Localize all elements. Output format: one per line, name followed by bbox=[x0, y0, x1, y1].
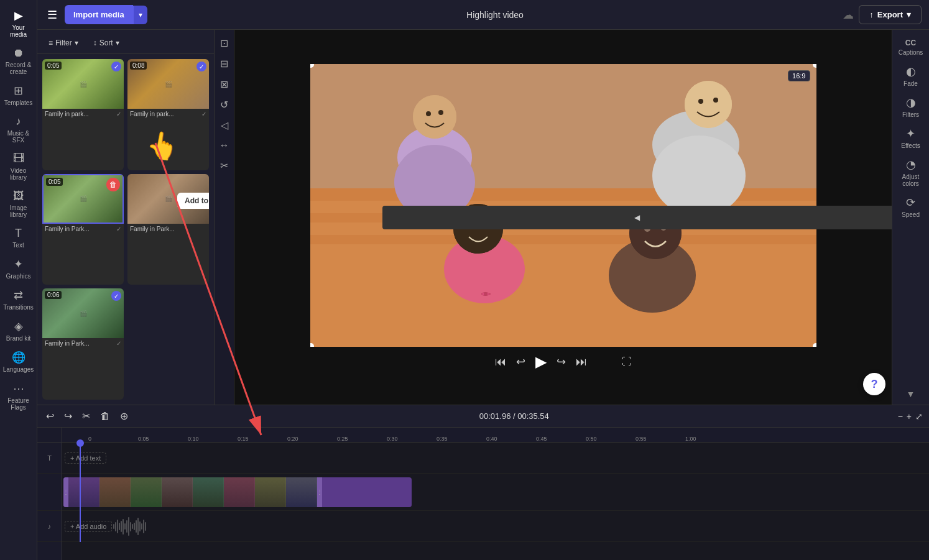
corner-handle-bl[interactable] bbox=[310, 343, 314, 347]
corner-handle-br[interactable] bbox=[813, 343, 816, 347]
remove-bg-tool-button[interactable]: ⊠ bbox=[218, 76, 231, 93]
sidebar-item-your-media[interactable]: ▶ Your media bbox=[1, 5, 36, 42]
sidebar-item-brand-kit[interactable]: ◈ Brand kit bbox=[1, 316, 36, 346]
timeline-main-area: 0 0:05 0:10 0:15 bbox=[62, 428, 929, 560]
sidebar-label-adjust-colors: Adjust colors bbox=[896, 173, 926, 187]
hamburger-button[interactable]: ☰ bbox=[45, 6, 60, 24]
skip-to-end-button[interactable]: ⏭ bbox=[576, 356, 587, 369]
expand-button[interactable]: ⤢ bbox=[915, 411, 923, 421]
image-library-icon: 🖼 bbox=[13, 190, 24, 203]
sidebar-label-transitions: Transitions bbox=[3, 304, 34, 311]
video-clip-1[interactable]: ⋮ bbox=[63, 477, 412, 507]
zoom-controls: − + ⤢ bbox=[898, 411, 923, 421]
sidebar-label-effects: Effects bbox=[901, 142, 920, 149]
undo-button[interactable]: ↩ bbox=[44, 408, 57, 425]
add-clip-button[interactable]: ⊕ bbox=[118, 408, 131, 425]
filter-button[interactable]: ≡ Filter ▾ bbox=[44, 36, 83, 50]
text-track: + Add text bbox=[62, 443, 929, 474]
timeline-time-display: 00:01.96 / 00:35.54 bbox=[136, 411, 893, 421]
playhead[interactable] bbox=[80, 443, 81, 542]
filter-chevron-icon: ▾ bbox=[75, 39, 78, 47]
import-media-dropdown[interactable]: ▾ bbox=[133, 6, 147, 24]
play-button[interactable]: ▶ bbox=[535, 353, 547, 370]
import-media-button[interactable]: Import media bbox=[65, 5, 133, 24]
media-item[interactable]: 🎬 0:08 ✓ Family in park... ✓ bbox=[127, 59, 209, 170]
help-button[interactable]: ? bbox=[863, 373, 885, 395]
sidebar-item-languages[interactable]: 🌐 Languages bbox=[1, 347, 36, 377]
audio-track: + Add audio bbox=[62, 511, 929, 542]
zoom-out-button[interactable]: − bbox=[898, 411, 903, 421]
timeline-ruler: 0 0:05 0:10 0:15 bbox=[62, 428, 929, 443]
left-sidebar: ▶ Your media ⏺ Record & create ⊞ Templat… bbox=[0, 0, 37, 560]
sidebar-item-text[interactable]: T Text bbox=[1, 223, 36, 252]
right-sidebar-collapse: ▼ bbox=[907, 388, 915, 400]
zoom-in-button[interactable]: + bbox=[907, 411, 912, 421]
video-library-icon: 🎞 bbox=[13, 152, 24, 165]
aspect-ratio-badge[interactable]: 16:9 bbox=[788, 70, 810, 81]
text-icon: T bbox=[15, 227, 22, 240]
rewind-button[interactable]: ↩ bbox=[516, 355, 525, 369]
ruler-mark-10: 0:50 bbox=[585, 436, 634, 442]
media-label-text: Family in Park... bbox=[130, 226, 175, 232]
cut-tool-button[interactable]: ✂ bbox=[218, 157, 231, 174]
cloud-sync-icon: ☁ bbox=[843, 8, 854, 22]
sidebar-label-image-library: Image library bbox=[4, 204, 34, 218]
media-options-icon: ✓ bbox=[116, 226, 121, 232]
sidebar-item-filters[interactable]: ◑ Filters bbox=[894, 92, 928, 122]
waveform bbox=[112, 514, 147, 539]
sidebar-item-speed[interactable]: ⟳ Speed bbox=[894, 192, 928, 222]
media-item-selected[interactable]: 🎬 0:05 🗑 Family in Park... ✓ bbox=[42, 174, 124, 285]
sidebar-item-fade[interactable]: ◐ Fade bbox=[894, 61, 928, 91]
sidebar-label-filters: Filters bbox=[902, 111, 919, 118]
media-item[interactable]: 🎬 0:05 ✓ Family in park... ✓ bbox=[42, 59, 124, 170]
add-audio-button[interactable]: + Add audio bbox=[65, 521, 112, 532]
collapse-right-button[interactable]: ▼ bbox=[907, 389, 915, 399]
sidebar-item-adjust-colors[interactable]: ◔ Adjust colors bbox=[894, 154, 928, 191]
sidebar-item-video-library[interactable]: 🎞 Video library bbox=[1, 149, 36, 185]
clip-right-handle[interactable]: ⋮ bbox=[317, 477, 322, 507]
svg-point-16 bbox=[426, 111, 431, 116]
delete-button[interactable]: 🗑 bbox=[98, 408, 113, 425]
sidebar-item-music[interactable]: ♪ Music & SFX bbox=[1, 111, 36, 147]
media-options-icon: ✓ bbox=[116, 340, 121, 347]
forward-button[interactable]: ↪ bbox=[557, 355, 566, 369]
sidebar-item-record[interactable]: ⏺ Record & create bbox=[1, 43, 36, 79]
ruler-mark-0: 0 bbox=[87, 436, 137, 442]
ruler-mark-11: 0:55 bbox=[634, 436, 684, 442]
sidebar-item-graphics[interactable]: ✦ Graphics bbox=[1, 254, 36, 283]
media-item[interactable]: 🎬 0:06 ✓ Family in Park... ✓ bbox=[42, 288, 124, 400]
sidebar-item-templates[interactable]: ⊞ Templates bbox=[1, 80, 36, 110]
media-item[interactable]: 🎬 Family in Park... Add to timeline bbox=[127, 174, 209, 285]
clip-left-handle[interactable]: ⋮ bbox=[63, 477, 68, 507]
sidebar-item-feature-flags[interactable]: ⋯ Feature Flags bbox=[1, 378, 36, 415]
media-thumbnail: 🎬 0:08 ✓ bbox=[127, 59, 209, 109]
fit-tool-button[interactable]: ⊡ bbox=[218, 35, 231, 52]
music-icon: ♪ bbox=[16, 115, 21, 128]
clip-frame bbox=[131, 477, 162, 507]
sort-icon: ↕ bbox=[93, 39, 97, 47]
skip-to-start-button[interactable]: ⏮ bbox=[495, 356, 506, 369]
media-panel: ≡ Filter ▾ ↕ Sort ▾ 🎬 0:0 bbox=[37, 30, 215, 405]
export-button[interactable]: ↑ Export ▾ bbox=[859, 5, 922, 24]
sidebar-item-captions[interactable]: CC Captions bbox=[894, 35, 928, 60]
rotate-tool-button[interactable]: ↺ bbox=[218, 96, 231, 113]
redo-button[interactable]: ↪ bbox=[62, 408, 75, 425]
cut-button[interactable]: ✂ bbox=[80, 408, 93, 425]
sidebar-item-transitions[interactable]: ⇄ Transitions bbox=[1, 285, 36, 314]
export-chevron-icon: ▾ bbox=[907, 10, 911, 19]
sidebar-item-effects[interactable]: ✦ Effects bbox=[894, 123, 928, 153]
flip-tool-button[interactable]: ↔ bbox=[217, 137, 232, 154]
sort-button[interactable]: ↕ Sort ▾ bbox=[88, 36, 124, 50]
volume-tool-button[interactable]: ◁ bbox=[218, 117, 231, 134]
crop-tool-button[interactable]: ⊟ bbox=[218, 55, 231, 72]
media-label-text: Family in Park... bbox=[45, 340, 90, 347]
add-text-button[interactable]: + Add text bbox=[65, 452, 106, 464]
timeline-section: ↩ ↪ ✂ 🗑 ⊕ 00:01.96 / 00:35.54 − + ⤢ T bbox=[37, 405, 929, 560]
fullscreen-button[interactable]: ⛶ bbox=[622, 356, 632, 367]
sidebar-label-record: Record & create bbox=[4, 62, 34, 75]
collapse-panel-button[interactable]: ◀ bbox=[382, 206, 892, 229]
clip-frame bbox=[224, 477, 255, 507]
sidebar-item-image-library[interactable]: 🖼 Image library bbox=[1, 186, 36, 222]
ruler-spacer bbox=[37, 428, 62, 443]
audio-track-content: + Add audio bbox=[62, 511, 929, 541]
